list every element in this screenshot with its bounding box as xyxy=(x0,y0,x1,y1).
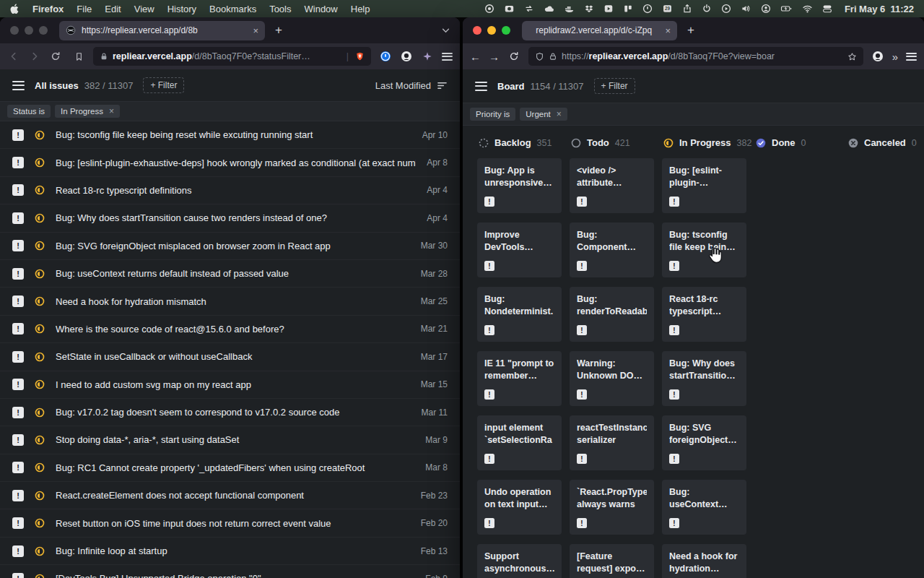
right-url-bar[interactable]: https:// repliear.vercel.app /d/8bTaoq7F… xyxy=(528,47,863,66)
battery-charging-icon[interactable] xyxy=(780,4,793,14)
back-icon[interactable]: ← xyxy=(470,51,481,63)
volume-icon[interactable] xyxy=(741,4,751,14)
menu-view[interactable]: View xyxy=(134,4,154,14)
issue-row[interactable]: Where is the source code of react@15.6.0… xyxy=(0,316,460,343)
docker-icon[interactable] xyxy=(564,4,575,14)
back-icon[interactable] xyxy=(7,51,20,61)
issue-card[interactable]: Bug: App is unresponsive… xyxy=(477,158,562,213)
github-extension-icon[interactable] xyxy=(400,51,413,62)
issue-card[interactable]: [Feature request] expo… xyxy=(570,544,654,578)
right-tab-close-icon[interactable]: × xyxy=(665,25,671,36)
add-filter-button[interactable]: + Filter xyxy=(143,77,184,93)
play-circle-icon[interactable] xyxy=(721,4,731,14)
issue-row[interactable]: React 18-rc typescript definitions Apr 4 xyxy=(0,177,460,204)
issue-row[interactable]: React.createElement does not accept func… xyxy=(0,482,460,509)
issue-row[interactable]: [DevTools Bug] Unsupported Bridge operat… xyxy=(0,565,460,578)
camera-icon[interactable] xyxy=(504,4,515,14)
right-browser-tab[interactable]: replidraw2.vercel.app/d/c-iZpq × xyxy=(522,21,677,40)
record-icon[interactable] xyxy=(484,4,494,14)
issue-card[interactable]: Bug: [eslint-plugin-… xyxy=(662,158,746,213)
share-icon[interactable] xyxy=(682,4,692,14)
play-square-icon[interactable] xyxy=(603,4,614,14)
issue-row[interactable]: I need to add custom svg map on my react… xyxy=(0,371,460,399)
issue-row[interactable]: Bug: RC1 Cannot create property '_update… xyxy=(0,454,460,482)
issue-row[interactable]: Reset button on iOS time input does not … xyxy=(0,509,460,537)
issue-row[interactable]: Bug: useContext returns default instead … xyxy=(0,260,460,288)
issue-card[interactable]: Need a hook for hydration… xyxy=(662,544,746,578)
issue-row[interactable]: Bug: Why does startTransition cause two … xyxy=(0,204,460,232)
issue-card[interactable]: Undo operation on text input… xyxy=(477,480,562,535)
power-icon[interactable] xyxy=(702,4,712,14)
sync-icon[interactable] xyxy=(524,4,534,14)
issue-card[interactable]: Bug: Why does startTransitio… xyxy=(662,351,746,406)
issue-card[interactable]: Bug: renderToReadab xyxy=(570,287,654,342)
github-extension-icon[interactable] xyxy=(871,51,884,62)
issue-card[interactable]: `React.PropType` always warns ab xyxy=(570,480,654,535)
tracking-protection-shield-icon[interactable] xyxy=(535,52,544,61)
onepassword-icon[interactable] xyxy=(642,4,653,14)
app-sidebar-toggle-icon[interactable] xyxy=(12,81,25,90)
columns-icon[interactable] xyxy=(623,4,633,14)
toolbar-overflow-icon[interactable]: » xyxy=(892,51,898,63)
left-browser-tab[interactable]: https://repliear.vercel.app/d/8b × xyxy=(59,21,265,40)
menu-history[interactable]: History xyxy=(167,4,196,14)
calendar-icon[interactable]: 29 xyxy=(662,4,673,14)
extension-sparkle-icon[interactable] xyxy=(421,51,434,61)
filter-field-chip[interactable]: Status is xyxy=(7,105,51,118)
menu-file[interactable]: File xyxy=(77,4,92,14)
menubar-clock[interactable]: Fri May 6 11:22 xyxy=(845,4,914,14)
reload-icon[interactable] xyxy=(507,51,520,61)
brave-shield-icon[interactable] xyxy=(355,51,365,61)
forward-icon[interactable] xyxy=(28,51,41,61)
filter-field-chip[interactable]: Priority is xyxy=(470,108,515,121)
zoom-window-button[interactable] xyxy=(502,26,510,35)
left-tab-close-icon[interactable]: × xyxy=(253,25,258,36)
dropbox-icon[interactable] xyxy=(584,4,594,14)
issue-row[interactable]: Need a hook for hydration mismatch Mar 2… xyxy=(0,288,460,315)
wifi-icon[interactable] xyxy=(802,4,813,14)
issue-card[interactable]: <video /> attribute… xyxy=(570,158,654,213)
filter-value-chip[interactable]: In Progress × xyxy=(55,105,120,118)
issue-card[interactable]: Bug: useContext… xyxy=(662,480,746,535)
issue-row[interactable]: SetState in useCallback or without useCa… xyxy=(0,343,460,371)
add-filter-button[interactable]: + Filter xyxy=(594,78,635,94)
menu-help[interactable]: Help xyxy=(351,4,370,14)
menu-bookmarks[interactable]: Bookmarks xyxy=(209,4,256,14)
issue-card[interactable]: Bug: SVG foreignObject… xyxy=(662,415,746,470)
issue-card[interactable]: IE 11 "prompt to remember… xyxy=(477,351,562,406)
menu-app-name[interactable]: Firefox xyxy=(32,4,64,14)
apple-menu-icon[interactable] xyxy=(10,4,19,14)
issue-card[interactable]: reactTestInstance serializer xyxy=(570,415,654,470)
issue-card[interactable]: Improve DevTools… xyxy=(477,223,562,277)
remove-filter-icon[interactable]: × xyxy=(109,107,114,116)
remove-filter-icon[interactable]: × xyxy=(557,110,562,118)
sort-control[interactable]: Last Modified xyxy=(375,80,448,91)
bookmark-icon[interactable] xyxy=(72,52,85,61)
close-window-button[interactable] xyxy=(473,26,481,35)
issue-card[interactable]: Bug: Component… xyxy=(570,223,654,277)
forward-icon[interactable]: → xyxy=(489,51,500,63)
left-url-bar[interactable]: repliear.vercel.app /d/8bTaoq7F0e?status… xyxy=(93,47,371,66)
issue-card[interactable]: Bug: tsconfig file keep bein… xyxy=(662,223,746,277)
issue-row[interactable]: Bug: [eslint-plugin-exhaustive-deps] hoo… xyxy=(0,149,460,176)
onepassword-extension-icon[interactable] xyxy=(379,51,392,62)
filter-value-chip[interactable]: Urgent × xyxy=(520,108,567,121)
issue-row[interactable]: Bug: tsconfig file keep being reset whil… xyxy=(0,121,460,149)
close-window-button[interactable] xyxy=(10,26,19,35)
browser-menu-icon[interactable] xyxy=(906,53,917,61)
bookmark-star-icon[interactable] xyxy=(847,52,857,61)
left-tab-overflow-chevron-icon[interactable] xyxy=(442,28,453,33)
issue-row[interactable]: Bug: v17.0.2 tag doesn't seem to corresp… xyxy=(0,399,460,426)
issue-card[interactable]: React 18-rc typescript… xyxy=(662,287,746,342)
issue-card[interactable]: input element `setSelectionRa xyxy=(477,415,562,470)
menu-window[interactable]: Window xyxy=(305,4,338,14)
menu-tools[interactable]: Tools xyxy=(269,4,291,14)
cloud-icon[interactable] xyxy=(544,4,554,14)
menu-edit[interactable]: Edit xyxy=(105,4,121,14)
issue-row[interactable]: Bug: SVG foreignObject misplaced on brow… xyxy=(0,233,460,260)
issue-card[interactable]: Bug: Nondeterminist. xyxy=(477,287,562,342)
issue-card[interactable]: Warning: Unknown DO… xyxy=(570,351,654,406)
browser-menu-icon[interactable] xyxy=(442,53,453,61)
issue-row[interactable]: Stop doing data-*, aria-*, start using d… xyxy=(0,426,460,454)
toggles-icon[interactable] xyxy=(822,4,832,14)
